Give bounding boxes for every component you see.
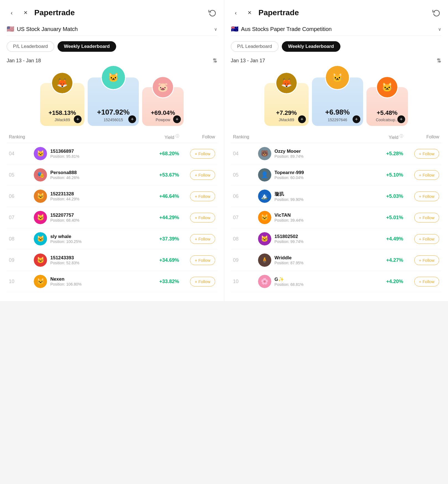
follow-button[interactable]: Follow: [190, 255, 215, 265]
row-follow: Follow: [403, 170, 439, 180]
avatar-inner: 👤: [258, 168, 271, 182]
refresh-button[interactable]: [207, 8, 217, 18]
row-follow: Follow: [179, 234, 215, 244]
back-button[interactable]: ‹: [7, 8, 17, 18]
follow-button[interactable]: Follow: [414, 191, 439, 201]
podium-add-button-3[interactable]: +: [397, 115, 405, 123]
row-user: 🧍 Wriddle Position: 87.95%: [258, 253, 373, 267]
flag-icon: 🇦🇺: [231, 25, 238, 33]
user-avatar: 👤: [258, 168, 271, 182]
follow-button[interactable]: Follow: [190, 191, 215, 201]
close-button[interactable]: ✕: [20, 8, 30, 18]
back-button[interactable]: ‹: [231, 8, 241, 18]
podium-add-button-1[interactable]: +: [353, 115, 360, 123]
follow-button[interactable]: Follow: [414, 277, 439, 286]
follow-button[interactable]: Follow: [190, 234, 215, 244]
table-row: 09 🐱 151243393 Position: 52.83% +34.69% …: [7, 250, 217, 271]
competition-label: US Stock January Match: [17, 26, 211, 32]
filter-icon[interactable]: ⇅: [213, 57, 217, 64]
podium-add-button-3[interactable]: +: [173, 115, 181, 123]
table-row: 04 🐻 Ozzy Mooer Position: 89.74% +5.28% …: [231, 143, 442, 164]
podium-avatar-1: 🐱: [101, 65, 126, 90]
user-info: Ozzy Mooer Position: 89.74%: [275, 149, 304, 159]
row-follow: Follow: [403, 234, 439, 244]
row-user: 🐱 151366897 Position: 95.81%: [34, 147, 149, 160]
avatar-circle: 🐷: [153, 77, 173, 97]
user-avatar: 🐱: [34, 275, 47, 288]
follow-button[interactable]: Follow: [414, 213, 439, 222]
app-container: ‹ ✕ Papertrade 🇺🇸 US Stock January Match…: [0, 0, 448, 301]
row-rank: 04: [233, 151, 258, 157]
avatar-inner: 🌸: [258, 275, 271, 288]
row-rank: 07: [233, 215, 258, 221]
table-row: 09 🧍 Wriddle Position: 87.95% +4.27% Fol…: [231, 250, 442, 271]
row-yield: +4.27%: [373, 257, 403, 263]
user-position: Position: 52.83%: [50, 261, 79, 265]
header-left: ‹ ✕ Papertrade: [231, 8, 299, 18]
user-name: Wriddle: [275, 255, 304, 261]
tab-p/l-leaderboard[interactable]: P/L Leaderboard: [231, 41, 278, 52]
user-name: Persona888: [50, 170, 79, 175]
row-user: 🐱 151802502 Position: 99.74%: [258, 232, 373, 245]
competition-dropdown[interactable]: 🇺🇸 US Stock January Match ∨: [7, 23, 217, 36]
user-info: 152231328 Position: 44.29%: [50, 191, 79, 201]
row-user: 🐱 151243393 Position: 52.83%: [34, 253, 149, 267]
avatar-inner: 🐱: [34, 275, 47, 288]
col-follow-header: Follow: [403, 134, 439, 139]
podium-name-3: Coolcatsup...: [376, 118, 398, 122]
row-follow: Follow: [179, 255, 215, 265]
user-avatar: 🐱: [258, 211, 271, 224]
row-yield: +5.01%: [373, 215, 403, 221]
user-name: 152231328: [50, 191, 79, 197]
row-rank: 08: [233, 236, 258, 242]
avatar-inner: 🐱: [34, 190, 47, 203]
podium-card-2: 🦊 +158.13% JMack89 +: [40, 83, 84, 126]
follow-button[interactable]: Follow: [414, 255, 439, 265]
refresh-button[interactable]: [431, 8, 441, 18]
user-name: Nexen: [50, 276, 82, 282]
row-user: 🐱 Nexen Position: 106.80%: [34, 275, 149, 288]
user-avatar: 🐱: [34, 190, 47, 203]
follow-button[interactable]: Follow: [190, 277, 215, 286]
avatar-circle: 🐱: [102, 66, 125, 89]
follow-button[interactable]: Follow: [414, 170, 439, 180]
user-name: 151366897: [50, 149, 79, 154]
close-button[interactable]: ✕: [245, 8, 255, 18]
user-avatar: 🐱: [34, 232, 47, 245]
podium-item-3: 🐷 +69.04% Powpow +: [142, 87, 184, 126]
user-name: 151243393: [50, 255, 79, 261]
follow-button[interactable]: Follow: [190, 170, 215, 180]
podium-add-button-2[interactable]: +: [74, 115, 82, 123]
podium-avatar-2: 🦊: [51, 72, 73, 94]
competition-dropdown[interactable]: 🇦🇺 Aus Stocks Paper Trade Competition ∨: [231, 23, 442, 36]
row-yield: +53.67%: [149, 172, 179, 178]
user-info: Nexen Position: 106.80%: [50, 276, 82, 286]
user-name: Topearnr-999: [275, 170, 304, 175]
user-info: G✨ Position: 68.81%: [275, 276, 304, 287]
row-user: 🎭 Persona888 Position: 46.26%: [34, 168, 149, 182]
follow-button[interactable]: Follow: [190, 149, 215, 159]
follow-button[interactable]: Follow: [414, 149, 439, 159]
podium-add-button-1[interactable]: +: [128, 115, 136, 123]
table-row: 10 🐱 Nexen Position: 106.80% +33.82% Fol…: [7, 271, 217, 292]
filter-icon[interactable]: ⇅: [437, 57, 441, 64]
row-follow: Follow: [403, 255, 439, 265]
avatar-circle: 🦊: [52, 73, 72, 93]
podium-yield-2: +158.13%: [48, 109, 76, 117]
row-follow: Follow: [403, 277, 439, 286]
avatar-inner: 🐱: [34, 253, 47, 267]
podium-add-button-2[interactable]: +: [298, 115, 306, 123]
tab-p/l-leaderboard[interactable]: P/L Leaderboard: [7, 41, 54, 52]
follow-button[interactable]: Follow: [190, 213, 215, 222]
podium-card-1: 🐱 +107.92% 152456015 +: [88, 77, 139, 126]
follow-button[interactable]: Follow: [414, 234, 439, 244]
tab-weekly-leaderboard[interactable]: Weekly Leaderboard: [58, 41, 116, 52]
row-user: 🏔️ 璇玑 Position: 99.90%: [258, 190, 373, 203]
chevron-down-icon: ∨: [214, 27, 217, 32]
user-position: Position: 39.44%: [275, 218, 304, 222]
tab-weekly-leaderboard[interactable]: Weekly Leaderboard: [282, 41, 340, 52]
row-yield: +37.39%: [149, 236, 179, 242]
user-avatar: 🐱: [34, 211, 47, 224]
row-yield: +44.29%: [149, 215, 179, 221]
podium-card-3: 🐷 +69.04% Powpow +: [142, 87, 184, 126]
